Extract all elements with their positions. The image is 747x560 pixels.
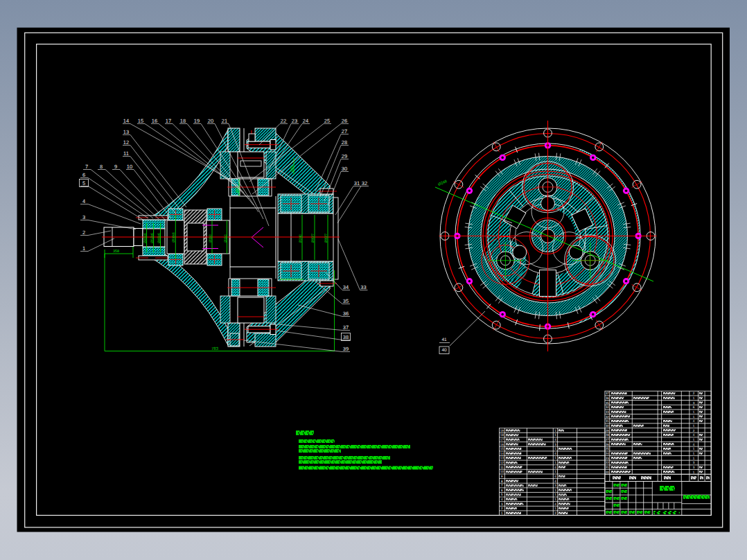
svg-text:1: 1 (554, 429, 556, 432)
svg-text:783: 783 (211, 347, 219, 351)
svg-text:37: 37 (606, 392, 610, 395)
svg-text:36: 36 (343, 310, 349, 317)
svg-text:37: 37 (343, 324, 349, 331)
svg-text:6: 6 (693, 405, 695, 409)
svg-text:32: 32 (362, 180, 367, 186)
svg-text:26: 26 (342, 118, 347, 124)
svg-text:1: 1 (554, 447, 556, 450)
svg-text:1: 1 (82, 245, 85, 252)
svg-text:4: 4 (82, 198, 85, 204)
svg-text:4: 4 (693, 443, 695, 446)
svg-text:31: 31 (354, 180, 360, 186)
svg-text:2: 2 (501, 507, 503, 510)
svg-text:3: 3 (82, 214, 85, 220)
svg-text:35: 35 (343, 298, 349, 304)
svg-text:23: 23 (292, 118, 297, 124)
svg-text:3: 3 (693, 461, 695, 464)
svg-text:11: 11 (123, 150, 129, 157)
svg-text:1: 1 (693, 410, 695, 414)
svg-text:3: 3 (501, 502, 503, 506)
svg-text:1: 1 (554, 498, 556, 501)
svg-text:29: 29 (606, 429, 610, 432)
svg-text:1: 1 (693, 424, 695, 428)
svg-text:13: 13 (123, 129, 129, 135)
svg-text:7: 7 (501, 484, 503, 487)
svg-text:5: 5 (501, 493, 503, 496)
svg-text:1: 1 (693, 447, 695, 450)
svg-text:4: 4 (554, 452, 556, 455)
svg-text:1: 1 (554, 456, 556, 460)
svg-text:2: 2 (693, 429, 695, 432)
svg-text:18: 18 (180, 118, 186, 124)
svg-text:32: 32 (606, 415, 610, 419)
svg-text:4: 4 (693, 419, 695, 423)
svg-text:1: 1 (554, 489, 556, 492)
svg-text:14: 14 (500, 452, 504, 455)
svg-text:Ø95f7: Ø95f7 (324, 234, 328, 243)
svg-text:39: 39 (343, 346, 349, 352)
svg-text:15: 15 (138, 118, 143, 124)
svg-text:15: 15 (500, 447, 504, 450)
svg-text:28: 28 (342, 139, 347, 146)
svg-text:1: 1 (554, 507, 556, 510)
svg-text:1: 1 (554, 470, 556, 473)
svg-text:19: 19 (194, 118, 200, 124)
svg-text:12: 12 (500, 461, 504, 464)
svg-text:2: 2 (82, 229, 85, 236)
svg-text:41: 41 (441, 338, 447, 342)
svg-text:7: 7 (85, 164, 88, 170)
svg-text:28: 28 (606, 433, 610, 437)
svg-text:4: 4 (554, 475, 556, 478)
svg-text:27: 27 (342, 128, 347, 134)
svg-text:31: 31 (606, 419, 610, 423)
svg-text:2: 2 (554, 511, 556, 515)
svg-text:1: 1 (693, 415, 695, 419)
svg-text:36: 36 (606, 396, 610, 400)
svg-text:1: 1 (693, 438, 695, 441)
svg-text:1: 1 (554, 493, 556, 496)
svg-text:Ø240: Ø240 (299, 234, 303, 243)
svg-text:21: 21 (606, 466, 610, 469)
svg-text:4: 4 (501, 498, 503, 501)
svg-text:1: 1 (501, 511, 503, 515)
svg-text:33: 33 (360, 284, 366, 290)
svg-text:10: 10 (500, 470, 504, 473)
svg-text:19: 19 (500, 429, 504, 432)
svg-text:6: 6 (501, 489, 503, 492)
svg-text:Ø52k6: Ø52k6 (150, 233, 155, 243)
svg-text:27: 27 (606, 438, 610, 441)
svg-text:3: 3 (554, 443, 556, 446)
svg-text:33: 33 (606, 410, 610, 414)
svg-text:1: 1 (693, 457, 695, 460)
svg-text:25: 25 (606, 447, 610, 450)
svg-text:Ø45k6: Ø45k6 (157, 233, 161, 243)
svg-text:9: 9 (501, 475, 503, 478)
svg-text:30: 30 (606, 424, 610, 428)
svg-text:35: 35 (606, 401, 610, 405)
svg-text:4: 4 (554, 502, 556, 506)
svg-text:Ø95f7: Ø95f7 (311, 234, 315, 243)
svg-text:1: 1 (693, 396, 695, 400)
svg-text:1: 1 (693, 452, 695, 455)
svg-text:3: 3 (693, 466, 695, 469)
svg-text:4: 4 (693, 433, 695, 437)
svg-text:17: 17 (166, 118, 171, 124)
svg-text:4: 4 (554, 438, 556, 441)
svg-text:9: 9 (114, 164, 117, 170)
svg-text:11: 11 (500, 466, 504, 469)
svg-text:26: 26 (606, 443, 610, 446)
svg-text:17: 17 (500, 438, 504, 441)
svg-text:Ø56k6: Ø56k6 (172, 232, 176, 243)
svg-text:18: 18 (500, 433, 504, 437)
svg-text:34: 34 (606, 405, 610, 409)
svg-text:20: 20 (208, 118, 213, 124)
svg-text:22: 22 (281, 118, 286, 124)
svg-text:3: 3 (554, 484, 556, 487)
svg-text:24: 24 (303, 118, 308, 124)
svg-text:4: 4 (554, 466, 556, 469)
svg-text:2: 2 (693, 392, 695, 395)
svg-text:Ø110: Ø110 (224, 234, 228, 243)
svg-text:20: 20 (606, 471, 610, 474)
svg-text:29: 29 (342, 153, 347, 159)
svg-text:Ø45k6: Ø45k6 (143, 233, 148, 243)
